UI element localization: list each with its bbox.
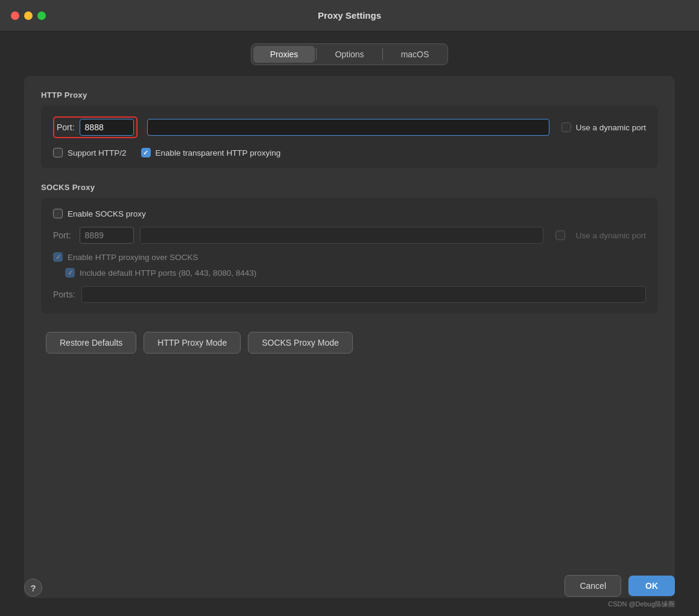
socks-dynamic-port-checkbox[interactable] [555, 230, 565, 240]
ports-label: Ports: [53, 290, 75, 299]
include-ports-checkbox[interactable] [65, 268, 75, 278]
ports-input[interactable] [81, 286, 646, 303]
maximize-button[interactable] [37, 11, 46, 20]
http-proxy-section: HTTP Proxy Port: Use a dynamic port [41, 90, 658, 168]
enable-transparent-label: Enable transparent HTTP proxying [156, 148, 281, 157]
support-http2-group: Support HTTP/2 [53, 148, 127, 157]
watermark: CSDN @Debug陈缘圈 [608, 600, 675, 609]
http-proxy-mode-button[interactable]: HTTP Proxy Mode [144, 332, 241, 354]
socks-host-input[interactable] [140, 227, 543, 244]
support-http2-checkbox[interactable] [53, 148, 63, 157]
enable-socks-checkbox[interactable] [53, 209, 63, 218]
socks-options: Enable HTTP proxying over SOCKS Include … [53, 252, 646, 278]
tab-macos[interactable]: macOS [384, 46, 446, 63]
http-proxy-label: HTTP Proxy [41, 90, 658, 100]
port-focus-wrapper: Port: [53, 116, 138, 138]
http-port-row: Port: Use a dynamic port [53, 116, 646, 138]
tab-options[interactable]: Options [318, 46, 381, 63]
socks-proxy-mode-button[interactable]: SOCKS Proxy Mode [248, 332, 353, 354]
http-port-label: Port: [57, 122, 75, 132]
enable-transparent-group: Enable transparent HTTP proxying [141, 148, 281, 157]
include-ports-group: Include default HTTP ports (80, 443, 808… [53, 268, 646, 278]
enable-transparent-checkbox[interactable] [141, 148, 151, 157]
http-host-input[interactable] [147, 119, 549, 136]
http-options-row: Support HTTP/2 Enable transparent HTTP p… [53, 148, 646, 157]
enable-socks-group: Enable SOCKS proxy [53, 209, 646, 218]
ok-button[interactable]: OK [628, 576, 675, 596]
settings-panel: HTTP Proxy Port: Use a dynamic port [24, 76, 675, 598]
enable-http-over-socks-group: Enable HTTP proxying over SOCKS [53, 252, 646, 262]
http-dynamic-port-checkbox[interactable] [561, 122, 571, 132]
include-ports-label: Include default HTTP ports (80, 443, 808… [80, 268, 256, 278]
http-proxy-box: Port: Use a dynamic port Support HTTP/2 [41, 106, 658, 168]
enable-http-over-socks-checkbox[interactable] [53, 252, 63, 262]
close-button[interactable] [11, 11, 19, 20]
socks-proxy-box: Enable SOCKS proxy Port: Use a dynamic p… [41, 198, 658, 314]
tab-divider-1 [316, 48, 317, 60]
ports-row: Ports: [53, 286, 646, 303]
socks-port-row: Port: Use a dynamic port [53, 227, 646, 244]
dialog-buttons: Cancel OK [565, 575, 675, 597]
http-dynamic-port-row: Use a dynamic port [561, 122, 646, 132]
socks-dynamic-port-label: Use a dynamic port [576, 231, 646, 240]
support-http2-label: Support HTTP/2 [68, 148, 127, 157]
socks-port-input[interactable] [80, 227, 134, 244]
socks-proxy-section: SOCKS Proxy Enable SOCKS proxy Port: Use… [41, 183, 658, 314]
tab-divider-2 [382, 48, 383, 60]
http-port-input[interactable] [80, 119, 134, 136]
http-dynamic-port-label: Use a dynamic port [576, 123, 646, 132]
title-bar: Proxy Settings [0, 0, 699, 31]
socks-proxy-label: SOCKS Proxy [41, 183, 658, 192]
enable-http-over-socks-label: Enable HTTP proxying over SOCKS [68, 253, 198, 262]
help-button[interactable]: ? [24, 579, 42, 597]
tab-proxies[interactable]: Proxies [253, 46, 315, 63]
socks-port-label: Port: [53, 230, 71, 240]
restore-defaults-button[interactable]: Restore Defaults [46, 332, 136, 354]
window-title: Proxy Settings [318, 10, 381, 21]
action-buttons: Restore Defaults HTTP Proxy Mode SOCKS P… [41, 332, 658, 354]
cancel-button[interactable]: Cancel [565, 575, 621, 597]
tabs-row: Proxies Options macOS [24, 43, 675, 65]
tabs-container: Proxies Options macOS [251, 43, 449, 65]
minimize-button[interactable] [24, 11, 33, 20]
window-controls [11, 11, 46, 20]
main-content: Proxies Options macOS HTTP Proxy Port: [0, 31, 699, 616]
enable-socks-label: Enable SOCKS proxy [68, 209, 146, 218]
